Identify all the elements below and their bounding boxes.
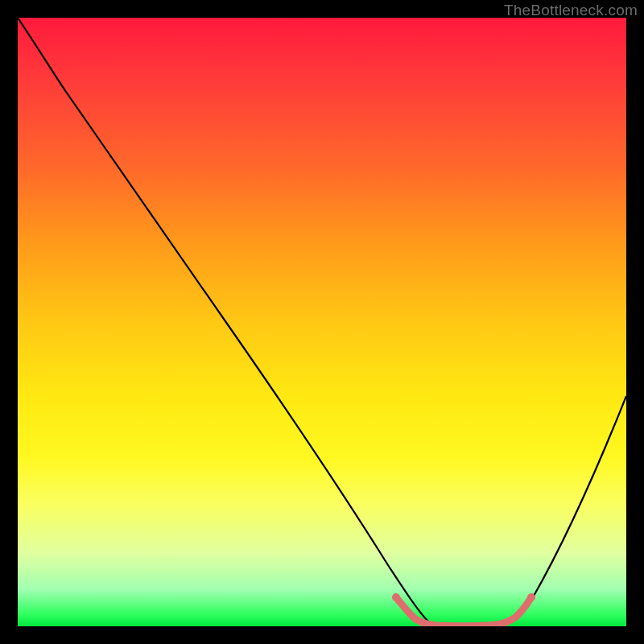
plot-gradient-background <box>18 18 626 626</box>
bottleneck-chart: TheBottleneck.com <box>0 0 644 644</box>
watermark-text: TheBottleneck.com <box>504 2 638 19</box>
